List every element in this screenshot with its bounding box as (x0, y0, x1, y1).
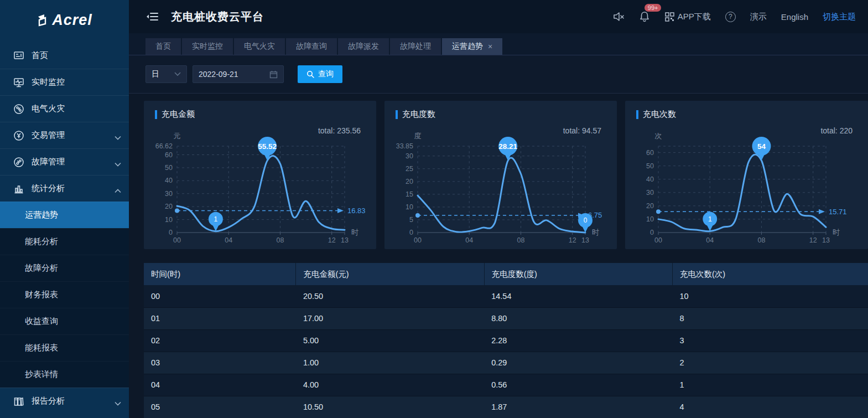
logo: Acrel (0, 0, 129, 35)
sidebar-item-3[interactable]: 交易管理 (0, 122, 129, 148)
table-header-2: 充电度数(度) (484, 263, 672, 285)
chart-cards-row: 充电金额total: 235.56元66.6201020304050600004… (144, 101, 868, 249)
tab-0[interactable]: 首页 (145, 38, 181, 55)
svg-text:时: 时 (592, 228, 599, 236)
table-cell: 10.50 (296, 396, 484, 418)
app-download-button[interactable]: APP下载 (664, 12, 711, 22)
title-marker (396, 110, 398, 119)
svg-text:00: 00 (654, 236, 662, 244)
card-title-label: 充电度数 (402, 109, 435, 120)
monitor-icon (13, 77, 24, 88)
svg-text:20: 20 (406, 178, 413, 185)
sidebar-subitem-4[interactable]: 收益查询 (0, 308, 129, 334)
table-cell: 1.00 (296, 352, 484, 374)
help-icon[interactable]: ? (725, 12, 736, 22)
sidebar-item-1[interactable]: 实时监控 (0, 69, 129, 95)
svg-text:50: 50 (165, 164, 173, 172)
sidebar-submenu: 运营趋势能耗分析故障分析财务报表收益查询能耗报表抄表详情 (0, 202, 129, 388)
table-row[interactable]: 044.000.561 (144, 374, 868, 396)
svg-text:0: 0 (409, 229, 413, 236)
chart-card-0: 充电金额total: 235.56元66.6201020304050600004… (144, 101, 376, 249)
svg-text:25: 25 (406, 165, 413, 173)
logo-text: Acrel (52, 12, 92, 29)
svg-text:08: 08 (758, 236, 766, 244)
sidebar-item-6[interactable]: 报告分析 (0, 388, 129, 414)
period-select[interactable]: 日 (145, 65, 187, 83)
tab-bar: 首页实时监控电气火灾故障查询故障派发故障处理运营趋势× (129, 33, 868, 55)
table-cell: 00 (144, 285, 296, 307)
table-row[interactable]: 0510.501.874 (144, 396, 868, 418)
tab-close-icon[interactable]: × (488, 42, 492, 51)
svg-text:04: 04 (225, 236, 232, 244)
svg-text:54: 54 (757, 142, 766, 151)
svg-text:00: 00 (414, 236, 422, 244)
table-row[interactable]: 0117.008.808 (144, 307, 868, 329)
svg-text:1: 1 (214, 215, 218, 223)
query-button[interactable]: 查询 (298, 65, 342, 83)
theme-switch-link[interactable]: 切换主题 (823, 12, 856, 22)
tab-2[interactable]: 电气火灾 (234, 38, 285, 55)
table-cell: 01 (144, 307, 296, 329)
table-row[interactable]: 025.002.283 (144, 329, 868, 352)
tab-label: 运营趋势 (452, 42, 483, 51)
title-marker (155, 110, 157, 119)
svg-text:33.85: 33.85 (396, 142, 413, 150)
sidebar-item-0[interactable]: 首页 (0, 42, 129, 69)
table-header-0: 时间(时) (144, 263, 296, 285)
chevron-down-icon (115, 132, 121, 142)
sidebar-subitem-3[interactable]: 财务报表 (0, 281, 129, 308)
tab-5[interactable]: 故障处理 (390, 38, 441, 55)
line-chart: 元66.6201020304050600004081213时16.83155.5… (144, 130, 376, 249)
report-icon (13, 396, 24, 407)
svg-text:15.71: 15.71 (829, 208, 847, 216)
tab-1[interactable]: 实时监控 (182, 38, 233, 55)
table-cell: 02 (144, 329, 296, 352)
search-icon (306, 70, 314, 78)
table-cell: 5.00 (296, 329, 484, 352)
dashboard-icon (13, 50, 24, 61)
svg-text:28.21: 28.21 (498, 142, 517, 151)
table-cell: 8 (673, 307, 868, 329)
svg-text:元: 元 (174, 132, 181, 140)
tab-label: 首页 (155, 42, 171, 51)
collapse-menu-icon[interactable] (145, 10, 159, 23)
svg-text:40: 40 (165, 177, 173, 184)
language-switch[interactable]: English (781, 12, 808, 22)
date-picker[interactable]: 2022-09-21 (193, 65, 284, 83)
tab-3[interactable]: 故障查询 (286, 38, 337, 55)
sidebar-item-label: 实时监控 (32, 77, 65, 87)
table-row[interactable]: 031.000.292 (144, 352, 868, 374)
sidebar-subitem-5[interactable]: 能耗报表 (0, 334, 129, 361)
svg-text:12: 12 (328, 236, 336, 244)
sidebar-item-label: 统计分析 (32, 183, 65, 194)
tab-label: 实时监控 (192, 42, 223, 51)
mute-icon[interactable] (612, 11, 625, 22)
line-chart-svg: 度33.850510152025300004081213时6.75028.21 (384, 130, 617, 247)
sidebar-item-5[interactable]: 统计分析 (0, 175, 129, 202)
sidebar-subitem-2[interactable]: 故障分析 (0, 255, 129, 281)
chevron-up-icon (115, 185, 121, 195)
table-header-3: 充电次数(次) (673, 263, 868, 285)
topbar-right: 99+ APP下载 ? 演示 English 切换主题 (612, 11, 856, 23)
sidebar-subitem-1[interactable]: 能耗分析 (0, 228, 129, 255)
svg-text:50: 50 (646, 162, 654, 170)
stats-icon (13, 183, 24, 194)
svg-text:10: 10 (165, 216, 173, 224)
table-row[interactable]: 0020.5014.5410 (144, 285, 868, 307)
sidebar-item-label: 首页 (32, 50, 48, 61)
tab-6[interactable]: 运营趋势× (442, 38, 502, 55)
tab-4[interactable]: 故障派发 (338, 38, 389, 55)
sidebar-subitem-6[interactable]: 抄表详情 (0, 361, 129, 388)
svg-text:08: 08 (517, 236, 525, 244)
period-select-value: 日 (152, 69, 159, 79)
title-marker (636, 110, 638, 119)
sidebar-item-4[interactable]: 故障管理 (0, 148, 129, 175)
demo-menu[interactable]: 演示 (750, 12, 767, 22)
svg-text:5: 5 (409, 216, 413, 224)
table-cell: 4 (673, 396, 868, 418)
line-chart-svg: 元66.6201020304050600004081213时16.83155.5… (144, 130, 376, 247)
table-cell: 2 (673, 352, 868, 374)
sidebar-subitem-0[interactable]: 运营趋势 (0, 202, 129, 228)
sidebar-item-2[interactable]: 电气火灾 (0, 95, 129, 122)
notification-bell-icon[interactable]: 99+ (639, 11, 650, 23)
